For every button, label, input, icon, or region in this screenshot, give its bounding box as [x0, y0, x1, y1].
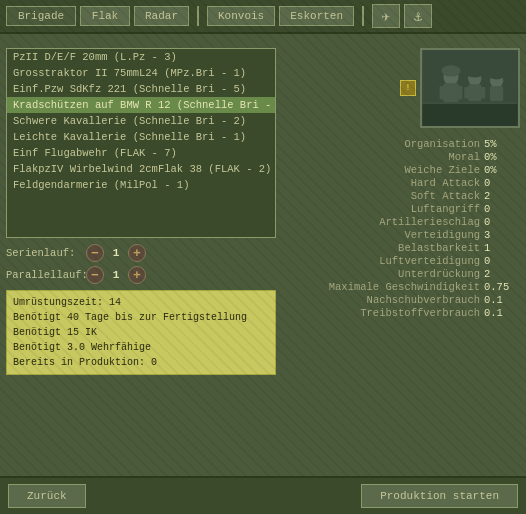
svg-point-5 [442, 65, 461, 76]
serienlauf-decrease-button[interactable]: − [86, 244, 104, 262]
brigade-label: Brigade [6, 6, 76, 26]
svg-rect-8 [464, 87, 469, 98]
treibstoffverbrauch-label: Treibstoffverbrauch [284, 307, 480, 319]
luftangriff-value: 0 [480, 203, 520, 215]
parallellauf-decrease-button[interactable]: − [86, 266, 104, 284]
stat-moral: Moral 0% [284, 151, 520, 163]
bottom-bar: Zurück Produktion starten [0, 476, 526, 514]
unit-list[interactable]: PzII D/E/F 20mm (L.Pz - 3) Grosstraktor … [6, 48, 276, 238]
parallellauf-row: Parallellauf: − 1 + [6, 266, 276, 284]
max-geschwindigkeit-value: 0.75 [480, 281, 520, 293]
unit-item-2[interactable]: Einf.Pzw SdKfz 221 (Schnelle Bri - 5) [7, 81, 275, 97]
svg-rect-9 [480, 87, 485, 98]
stats-container: Organisation 5% Moral 0% Weiche Ziele 0%… [284, 138, 520, 320]
flak-button[interactable]: Flak [80, 6, 130, 26]
divider1 [197, 6, 199, 26]
unit-item-3[interactable]: Kradschützen auf BMW R 12 (Schnelle Bri … [7, 97, 275, 113]
luftangriff-label: Luftangriff [284, 203, 480, 215]
left-panel: PzII D/E/F 20mm (L.Pz - 3) Grosstraktor … [6, 48, 276, 462]
verteidigung-label: Verteidigung [284, 229, 480, 241]
belastbarkeit-value: 1 [480, 242, 520, 254]
eskorten-button[interactable]: Eskorten [279, 6, 354, 26]
unit-item-6[interactable]: Einf Flugabwehr (FLAK - 7) [7, 145, 275, 161]
artillerieschlag-value: 0 [480, 216, 520, 228]
anchor-icon-button[interactable]: ⚓ [404, 4, 432, 28]
soft-attack-value: 2 [480, 190, 520, 202]
nachschubverbrauch-label: Nachschubverbrauch [284, 294, 480, 306]
info-line1: Umrüstungszeit: 14 [13, 295, 269, 310]
moral-label: Moral [284, 151, 480, 163]
unterdrueckung-value: 2 [480, 268, 520, 280]
main-content: PzII D/E/F 20mm (L.Pz - 3) Grosstraktor … [0, 42, 526, 468]
production-controls: Serienlauf: − 1 + Parallellauf: − 1 + [6, 244, 276, 284]
moral-value: 0% [480, 151, 520, 163]
weiche-ziele-value: 0% [480, 164, 520, 176]
divider2 [362, 6, 364, 26]
stat-organisation: Organisation 5% [284, 138, 520, 150]
belastbarkeit-label: Belastbarkeit [284, 242, 480, 254]
stat-weiche-ziele: Weiche Ziele 0% [284, 164, 520, 176]
unit-item-1[interactable]: Grosstraktor II 75mmL24 (MPz.Bri - 1) [7, 65, 275, 81]
unterdrueckung-label: Unterdrückung [284, 268, 480, 280]
max-geschwindigkeit-label: Maximale Geschwindigkeit [284, 281, 480, 293]
unit-portrait [420, 48, 520, 128]
organisation-label: Organisation [284, 138, 480, 150]
stat-luftverteidigung: Luftverteidigung 0 [284, 255, 520, 267]
info-line4: Benötigt 3.0 Wehrfähige [13, 340, 269, 355]
serienlauf-value: 1 [104, 247, 128, 259]
parallellauf-increase-button[interactable]: + [128, 266, 146, 284]
svg-point-10 [466, 68, 483, 78]
unit-item-8[interactable]: Feldgendarmerie (MilPol - 1) [7, 177, 275, 193]
svg-rect-4 [457, 86, 463, 99]
verteidigung-value: 3 [480, 229, 520, 241]
parallellauf-label: Parallellauf: [6, 269, 86, 281]
stat-belastbarkeit: Belastbarkeit 1 [284, 242, 520, 254]
warning-icon: ! [400, 80, 416, 96]
airplane-icon-button[interactable]: ✈ [372, 4, 400, 28]
konvois-button[interactable]: Konvois [207, 6, 275, 26]
unit-item-0[interactable]: PzII D/E/F 20mm (L.Pz - 3) [7, 49, 275, 65]
serienlauf-increase-button[interactable]: + [128, 244, 146, 262]
stat-artillerieschlag: Artillerieschlag 0 [284, 216, 520, 228]
hard-attack-value: 0 [480, 177, 520, 189]
stat-hard-attack: Hard Attack 0 [284, 177, 520, 189]
stat-max-geschwindigkeit: Maximale Geschwindigkeit 0.75 [284, 281, 520, 293]
svg-rect-3 [440, 86, 446, 99]
nachschubverbrauch-value: 0.1 [480, 294, 520, 306]
info-line2: Benötigt 40 Tage bis zur Fertigstellung [13, 310, 269, 325]
portrait-image [422, 50, 518, 126]
right-panel: ! [284, 48, 520, 462]
toolbar: Brigade Flak Radar Konvois Eskorten ✈ ⚓ [0, 0, 526, 34]
unit-item-5[interactable]: Leichte Kavallerie (Schnelle Bri - 1) [7, 129, 275, 145]
info-line3: Benötigt 15 IK [13, 325, 269, 340]
serienlauf-row: Serienlauf: − 1 + [6, 244, 276, 262]
serienlauf-label: Serienlauf: [6, 247, 86, 259]
luftverteidigung-label: Luftverteidigung [284, 255, 480, 267]
hard-attack-label: Hard Attack [284, 177, 480, 189]
spacer [0, 34, 526, 42]
info-line5: Bereits in Produktion: 0 [13, 355, 269, 370]
treibstoffverbrauch-value: 0.1 [480, 307, 520, 319]
svg-rect-12 [490, 86, 503, 101]
svg-rect-7 [468, 84, 481, 101]
unit-item-4[interactable]: Schwere Kavallerie (Schnelle Bri - 2) [7, 113, 275, 129]
svg-point-13 [488, 70, 505, 80]
stat-treibstoffverbrauch: Treibstoffverbrauch 0.1 [284, 307, 520, 319]
parallellauf-value: 1 [104, 269, 128, 281]
zuruck-button[interactable]: Zurück [8, 484, 86, 508]
produktion-starten-button[interactable]: Produktion starten [361, 484, 518, 508]
artillerieschlag-label: Artillerieschlag [284, 216, 480, 228]
stat-nachschubverbrauch: Nachschubverbrauch 0.1 [284, 294, 520, 306]
info-box: Umrüstungszeit: 14 Benötigt 40 Tage bis … [6, 290, 276, 375]
unit-item-7[interactable]: FlakpzIV Wirbelwind 2cmFlak 38 (FLAK - 2… [7, 161, 275, 177]
soft-attack-label: Soft Attack [284, 190, 480, 202]
weiche-ziele-label: Weiche Ziele [284, 164, 480, 176]
organisation-value: 5% [480, 138, 520, 150]
top-right-area: ! [284, 48, 520, 132]
stat-unterdrueckung: Unterdrückung 2 [284, 268, 520, 280]
radar-button[interactable]: Radar [134, 6, 189, 26]
svg-rect-14 [423, 103, 518, 126]
warn-row: ! [400, 48, 520, 128]
luftverteidigung-value: 0 [480, 255, 520, 267]
stat-luftangriff: Luftangriff 0 [284, 203, 520, 215]
